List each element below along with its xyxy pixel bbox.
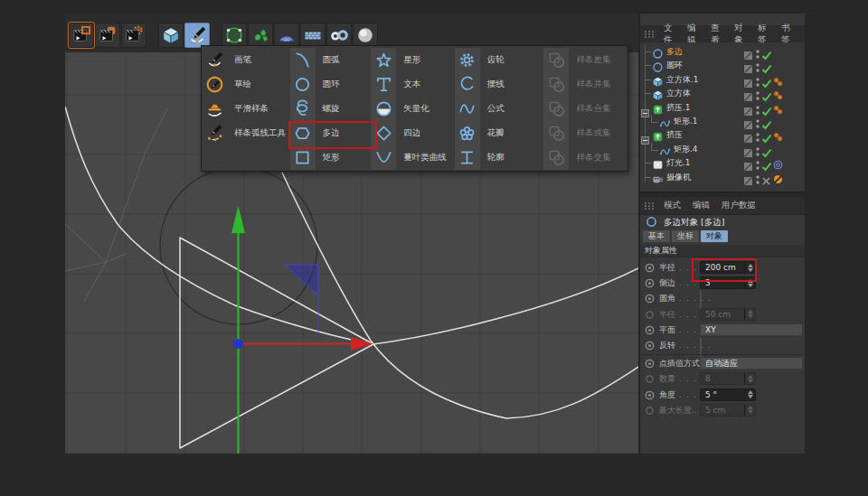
tool-blue-shell[interactable] bbox=[274, 23, 299, 48]
attr-dropdown[interactable]: 自动适应 bbox=[700, 357, 803, 370]
attr-label: 数量 bbox=[659, 373, 675, 385]
menu-item-cycloid-3-1[interactable]: 摆线 bbox=[455, 72, 544, 97]
tool-cube-primitive[interactable] bbox=[158, 23, 184, 48]
object-row-立方体[interactable]: 立方体 bbox=[640, 87, 805, 100]
tab-坐标[interactable]: 坐标 bbox=[672, 230, 699, 242]
attr-number-field[interactable]: 50 cm bbox=[700, 308, 756, 321]
tab-对象[interactable]: 对象 bbox=[701, 230, 728, 242]
leader-dots: . . . . . bbox=[679, 295, 712, 303]
object-name: 挤压.1 bbox=[666, 102, 691, 114]
menu-item-vectorize-2-2[interactable]: 矢量化 bbox=[371, 97, 455, 121]
menu-item-text-2-1[interactable]: 文本 bbox=[371, 72, 455, 97]
menu-item-star-2-0[interactable]: 星形 bbox=[371, 48, 455, 72]
object-row-摄像机[interactable]: 摄像机 bbox=[640, 171, 805, 184]
menu-item-rectangle-1-4[interactable]: 矩形 bbox=[290, 145, 372, 170]
stepper-down-icon[interactable] bbox=[748, 395, 753, 398]
object-row-立方体.1[interactable]: 立方体.1 bbox=[640, 73, 805, 87]
attr-number-field[interactable]: 5 ° bbox=[700, 388, 756, 401]
object-row-多边[interactable]: 多边 bbox=[640, 45, 805, 59]
tool-render-clapper-box[interactable] bbox=[95, 23, 120, 48]
stepper-icon[interactable] bbox=[744, 405, 755, 416]
object-row-矩形.4[interactable]: 矩形.4 bbox=[640, 143, 805, 156]
stepper-down-icon[interactable] bbox=[748, 410, 753, 414]
menu-item-spline-arc-0-3[interactable]: 样条弧线工具 bbox=[202, 121, 290, 145]
object-row-灯光.1[interactable]: 灯光.1 bbox=[640, 156, 805, 170]
stepper-down-icon[interactable] bbox=[748, 379, 753, 383]
menu-item-arc-1-0[interactable]: 圆弧 bbox=[290, 48, 372, 72]
tool-render-clapper-gear[interactable] bbox=[121, 23, 146, 48]
object-row-圆环[interactable]: 圆环 bbox=[640, 59, 805, 72]
tool-green-rocks[interactable] bbox=[248, 23, 273, 48]
tool-blue-bricks[interactable] bbox=[300, 23, 326, 48]
menubar-item-2[interactable]: 用户数据 bbox=[722, 200, 756, 211]
menu-item-spline-boolean-4-1[interactable]: 样条并集 bbox=[543, 72, 627, 97]
param-circle-icon bbox=[645, 387, 655, 404]
tab-基本[interactable]: 基本 bbox=[643, 230, 670, 242]
menu-item-helix-1-2[interactable]: 螺旋 bbox=[290, 97, 372, 121]
om-spline-icon bbox=[659, 116, 671, 127]
object-name: 矩形.4 bbox=[674, 144, 698, 155]
visibility-dots-icon[interactable] bbox=[755, 172, 760, 189]
object-row-挤压.1[interactable]: 挤压.1 bbox=[640, 101, 805, 115]
origin-point bbox=[233, 339, 243, 349]
om-circle-icon bbox=[652, 60, 664, 71]
attr-row-7: 数量. . . . .8 bbox=[640, 371, 805, 387]
menu-item-sketch-0-1[interactable]: 草绘 bbox=[202, 72, 290, 97]
menu-item-spline-boolean-4-4[interactable]: 样条交集 bbox=[543, 145, 627, 170]
tool-green-cage[interactable] bbox=[222, 23, 247, 48]
tag-material-icon[interactable] bbox=[772, 88, 784, 99]
tag-protect-icon[interactable] bbox=[772, 172, 784, 183]
attr-dropdown[interactable]: XY bbox=[700, 323, 803, 336]
menu-item-spline-boolean-4-0[interactable]: 样条差集 bbox=[543, 48, 627, 72]
menu-item-four-side-2-3[interactable]: 四边 bbox=[371, 121, 455, 145]
menu-item-profile-3-4[interactable]: 轮廓 bbox=[455, 145, 544, 170]
object-row-矩形.1[interactable]: 矩形.1 bbox=[640, 115, 805, 128]
gear-icon bbox=[455, 48, 480, 72]
object-row-挤压[interactable]: 挤压 bbox=[640, 128, 805, 142]
tool-sphere[interactable] bbox=[353, 23, 378, 48]
menu-item-smooth-spline-0-2[interactable]: 平滑样条 bbox=[202, 97, 290, 121]
stepper-up-icon[interactable] bbox=[748, 390, 753, 394]
tag-material-icon[interactable] bbox=[772, 129, 784, 141]
param-circle-icon bbox=[645, 355, 655, 372]
menu-item-formula-3-2[interactable]: 公式 bbox=[455, 97, 544, 121]
menu-item-label: 圆环 bbox=[316, 79, 340, 90]
menu-item-spline-boolean-4-3[interactable]: 样条或集 bbox=[543, 121, 627, 145]
attr-label: 平面 bbox=[659, 324, 675, 336]
tool-render-clapper-frame[interactable] bbox=[69, 23, 94, 48]
menu-item-flower-3-3[interactable]: 花瓣 bbox=[455, 121, 544, 145]
disabled-cross-icon[interactable] bbox=[761, 173, 771, 190]
object-manager-list: 多边圆环立方体.1立方体挤压.1矩形.1挤压矩形.4灯光.1摄像机 bbox=[640, 42, 805, 192]
menu-column-2: 星形文本矢量化四边蔓叶类曲线 bbox=[371, 48, 455, 171]
stepper-icon[interactable] bbox=[744, 389, 755, 400]
tool-spline-pen[interactable] bbox=[184, 23, 210, 48]
stepper-down-icon[interactable] bbox=[748, 314, 753, 318]
stepper-icon[interactable] bbox=[744, 309, 755, 320]
tag-target-icon[interactable] bbox=[772, 157, 784, 169]
attr-row-9: 最大长度..5 cm bbox=[640, 403, 805, 418]
layer-toggle-icon[interactable] bbox=[743, 173, 753, 190]
menubar-item-0[interactable]: 模式 bbox=[664, 200, 681, 211]
menu-item-label: 样条并集 bbox=[569, 79, 610, 90]
stepper-up-icon[interactable] bbox=[748, 406, 753, 409]
stepper-down-icon[interactable] bbox=[748, 284, 753, 287]
stepper-up-icon[interactable] bbox=[748, 375, 753, 379]
menu-item-circle-1-1[interactable]: 圆环 bbox=[290, 72, 372, 97]
stepper-icon[interactable] bbox=[744, 373, 755, 384]
object-title: 多边对象 [多边] bbox=[664, 217, 724, 229]
stepper-up-icon[interactable] bbox=[748, 310, 753, 314]
menu-item-spline-boolean-4-2[interactable]: 样条合集 bbox=[543, 97, 627, 121]
menu-column-0: 画笔草绘平滑样条样条弧线工具 bbox=[202, 48, 290, 171]
menu-column-4: 样条差集样条并集样条合集样条或集样条交集 bbox=[543, 48, 627, 171]
tool-rings[interactable] bbox=[326, 23, 352, 48]
flower-icon bbox=[455, 121, 480, 145]
menu-item-pen-0-0[interactable]: 画笔 bbox=[202, 48, 290, 72]
helix-icon bbox=[290, 97, 316, 121]
attr-number-field[interactable]: 5 cm bbox=[700, 404, 756, 416]
attr-number-field[interactable]: 8 bbox=[700, 372, 756, 385]
menu-item-cissoid-2-4[interactable]: 蔓叶类曲线 bbox=[371, 145, 455, 170]
tag-material-icon[interactable] bbox=[772, 102, 784, 114]
tag-material-icon[interactable] bbox=[772, 74, 784, 86]
menubar-item-1[interactable]: 编辑 bbox=[693, 200, 710, 211]
menu-item-gear-3-0[interactable]: 齿轮 bbox=[455, 48, 544, 72]
